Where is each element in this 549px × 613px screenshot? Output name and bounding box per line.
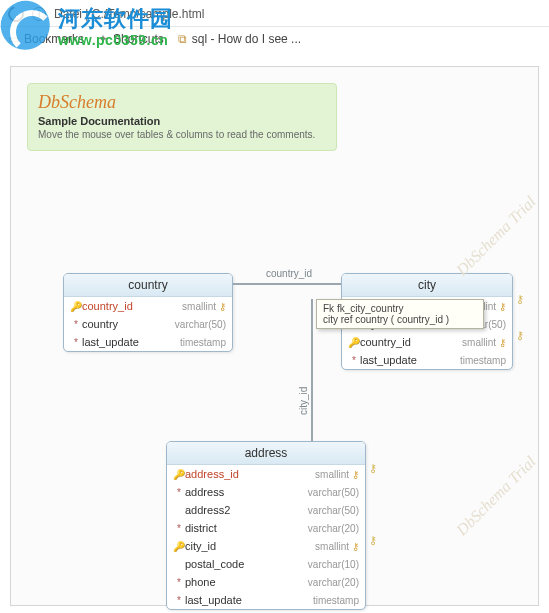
notnull-icon: * xyxy=(348,355,360,366)
documentation-box: DbSchema Sample Documentation Move the m… xyxy=(27,83,337,151)
table-header-city[interactable]: city xyxy=(342,274,512,297)
notnull-icon: * xyxy=(173,523,185,534)
bookmark-link-sql[interactable]: ⧉ sql - How do I see ... xyxy=(178,32,301,46)
key-icon: ⚷ xyxy=(499,301,506,312)
column-last-update[interactable]: * last_update timestamp xyxy=(167,591,365,609)
column-postal-code[interactable]: postal_code varchar(10) xyxy=(167,555,365,573)
relation-label-country-id: country_id xyxy=(266,268,312,279)
key-icon: ⚷ xyxy=(219,301,226,312)
column-country[interactable]: * country varchar(50) xyxy=(64,315,232,333)
key-icon: ⚷ xyxy=(499,337,506,348)
doc-description: Move the mouse over tables & columns to … xyxy=(38,129,326,140)
fk-tooltip: Fk fk_city_country city ref country ( co… xyxy=(316,299,484,329)
watermark-text: 河东软件园 www.pc0359.cn xyxy=(58,4,173,48)
bookmark-link-label: sql - How do I see ... xyxy=(192,32,301,46)
watermark-logo xyxy=(0,0,56,56)
relation-line-country-city xyxy=(233,283,341,285)
column-country-id[interactable]: 🔑 country_id smallint ⚷ xyxy=(64,297,232,315)
table-header-address[interactable]: address xyxy=(167,442,365,465)
notnull-icon: * xyxy=(70,319,82,330)
column-phone[interactable]: * phone varchar(20) xyxy=(167,573,365,591)
table-header-country[interactable]: country xyxy=(64,274,232,297)
diagram-canvas: DbSchema Sample Documentation Move the m… xyxy=(10,66,539,606)
notnull-icon: * xyxy=(173,487,185,498)
watermark-site-url: www.pc0359.cn xyxy=(58,32,173,48)
trial-watermark: DbSchema Trial xyxy=(452,193,539,280)
key-icon: ⚷ xyxy=(352,469,359,480)
notnull-icon: * xyxy=(173,595,185,606)
relation-label-city-id: city_id xyxy=(298,387,309,415)
fk-icon: 🔑 xyxy=(348,337,360,348)
pk-icon: 🔑 xyxy=(70,301,82,312)
fk-icon: 🔑 xyxy=(173,541,185,552)
external-key-icon: ⚷ xyxy=(369,534,377,547)
external-key-icon: ⚷ xyxy=(516,293,524,306)
notnull-icon: * xyxy=(70,337,82,348)
column-district[interactable]: * district varchar(20) xyxy=(167,519,365,537)
column-city-id-fk[interactable]: 🔑 city_id smallint ⚷ xyxy=(167,537,365,555)
column-last-update[interactable]: * last_update timestamp xyxy=(64,333,232,351)
trial-watermark: DbSchema Trial xyxy=(452,453,539,540)
doc-subtitle: Sample Documentation xyxy=(38,115,326,127)
column-address-id[interactable]: 🔑 address_id smallint ⚷ xyxy=(167,465,365,483)
stackexchange-icon: ⧉ xyxy=(178,32,187,46)
column-address[interactable]: * address varchar(50) xyxy=(167,483,365,501)
external-key-icon: ⚷ xyxy=(516,329,524,342)
doc-title: DbSchema xyxy=(38,92,326,113)
column-last-update[interactable]: * last_update timestamp xyxy=(342,351,512,369)
pk-icon: 🔑 xyxy=(173,469,185,480)
external-key-icon: ⚷ xyxy=(369,462,377,475)
key-icon: ⚷ xyxy=(352,541,359,552)
column-address2[interactable]: address2 varchar(50) xyxy=(167,501,365,519)
watermark-site-cn: 河东软件园 xyxy=(58,4,173,34)
tooltip-line1: Fk fk_city_country xyxy=(323,303,477,314)
tooltip-line2: city ref country ( country_id ) xyxy=(323,314,477,325)
column-country-id-fk[interactable]: 🔑 country_id smallint ⚷ xyxy=(342,333,512,351)
notnull-icon: * xyxy=(173,577,185,588)
table-address[interactable]: address 🔑 address_id smallint ⚷ * addres… xyxy=(166,441,366,610)
table-country[interactable]: country 🔑 country_id smallint ⚷ * countr… xyxy=(63,273,233,352)
relation-line-city-address xyxy=(311,299,313,441)
